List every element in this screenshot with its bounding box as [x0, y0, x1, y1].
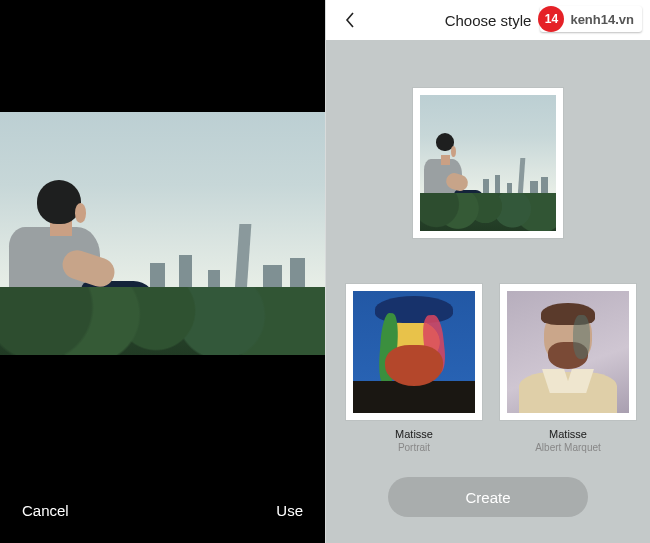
style-subtitle: Albert Marquet — [535, 442, 601, 453]
style-option-matisse-marquet[interactable]: Matisse Albert Marquet — [500, 284, 636, 453]
cancel-button[interactable]: Cancel — [22, 502, 69, 519]
create-button[interactable]: Create — [388, 477, 588, 517]
back-button[interactable] — [336, 0, 364, 40]
style-thumbnail — [507, 291, 629, 413]
photo-preview[interactable] — [0, 112, 325, 355]
choose-style-screen: Choose style — [325, 0, 650, 543]
style-subtitle: Portrait — [398, 442, 430, 453]
watermark-badge: 14 kenh14.vn — [540, 6, 642, 32]
style-options: Matisse Portrait Matisse Albert Marquet — [346, 284, 630, 453]
user-photo — [420, 95, 556, 231]
style-option-matisse-portrait[interactable]: Matisse Portrait — [346, 284, 482, 453]
user-photo — [0, 112, 325, 355]
spacer — [0, 355, 325, 483]
spacer — [0, 0, 325, 112]
chevron-left-icon — [345, 12, 355, 28]
style-title: Matisse — [549, 428, 587, 440]
page-title: Choose style — [445, 12, 532, 29]
use-button[interactable]: Use — [276, 502, 303, 519]
body: Matisse Portrait Matisse Albert Marquet — [326, 40, 650, 463]
watermark-number: 14 — [538, 6, 564, 32]
footer: Create — [326, 463, 650, 543]
style-thumbnail — [353, 291, 475, 413]
source-photo-thumbnail[interactable] — [413, 88, 563, 238]
bottom-toolbar: Cancel Use — [0, 483, 325, 543]
crop-screen: Cancel Use — [0, 0, 325, 543]
watermark-text: kenh14.vn — [570, 12, 634, 27]
style-title: Matisse — [395, 428, 433, 440]
